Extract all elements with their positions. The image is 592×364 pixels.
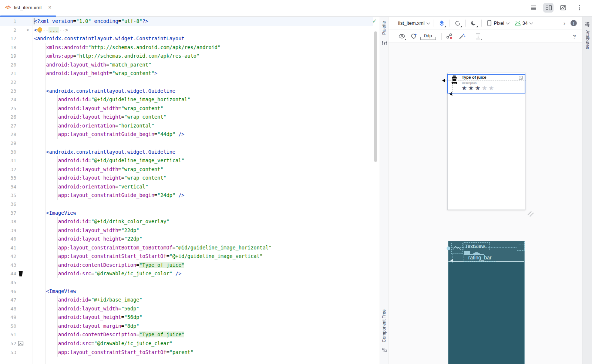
drawable-preview-juice-icon[interactable] xyxy=(18,271,24,277)
blueprint-textview[interactable]: TextView xyxy=(464,242,490,250)
device-icon xyxy=(485,19,494,28)
split-view-button[interactable] xyxy=(543,3,554,13)
intention-bulb-icon[interactable] xyxy=(37,27,42,32)
editor-line-48[interactable]: 48 android:layout_width="56dp" xyxy=(0,305,373,313)
editor-line-30[interactable]: 30 <androidx.constraintlayout.widget.Gui… xyxy=(0,148,373,157)
editor-line-40[interactable]: 40 android:layout_height="22dp" xyxy=(0,235,373,244)
design-preview-panel: list_item.xml Pixel 34 xyxy=(388,17,582,364)
line-number: 25 xyxy=(0,104,16,113)
align-pack-button[interactable] xyxy=(474,32,482,41)
editor-line-46[interactable]: 46 <ImageView xyxy=(0,287,373,296)
editor-line-25[interactable]: 25 android:layout_width="wrap_content" xyxy=(0,104,373,113)
line-number: 44 xyxy=(0,269,16,278)
editor-line-24[interactable]: 24 android:id="@+id/guideline_image_hori… xyxy=(0,95,373,104)
clear-constraints-button[interactable] xyxy=(445,32,454,41)
autoconnect-button[interactable] xyxy=(409,32,418,41)
editor-line-31[interactable]: 31 android:id="@+id/guideline_image_vert… xyxy=(0,156,373,165)
line-number: 35 xyxy=(0,191,16,200)
fold-marker-icon[interactable]: > xyxy=(27,26,29,35)
editor-line-27[interactable]: 27 android:orientation="horizontal" xyxy=(0,122,373,130)
editor-scrollbar[interactable] xyxy=(374,31,377,162)
star-icon[interactable]: ★ xyxy=(488,84,495,92)
editor-line-20[interactable]: 20 android:layout_width="match_parent" xyxy=(0,61,373,69)
editor-line-21[interactable]: 21 android:layout_height="wrap_content"> xyxy=(0,69,373,78)
component-tree-icon[interactable] xyxy=(382,348,387,353)
editor-line-32[interactable]: 32 android:layout_width="wrap_content" xyxy=(0,165,373,174)
editor-line-51[interactable]: 51 android:contentDescription="Type of j… xyxy=(0,330,373,339)
palette-panel-tab[interactable]: Palette xyxy=(381,21,387,35)
text-caret xyxy=(34,18,34,24)
api-level-selector[interactable]: 34 xyxy=(522,20,528,26)
editor-line-37[interactable]: 37 <ImageView xyxy=(0,209,373,218)
code-view-button[interactable] xyxy=(528,3,539,13)
surface-mode-button[interactable] xyxy=(437,19,446,28)
issues-badge[interactable]: ! xyxy=(571,20,577,26)
juice-blender-image[interactable] xyxy=(450,75,458,85)
line-number: 50 xyxy=(0,322,16,331)
view-options-button[interactable] xyxy=(397,32,406,41)
editor-line-23[interactable]: 23 <androidx.constraintlayout.widget.Gui… xyxy=(0,87,373,96)
infer-constraints-button[interactable] xyxy=(458,32,467,41)
design-file-selector[interactable]: list_item.xml xyxy=(398,20,425,26)
design-view-button[interactable] xyxy=(558,3,568,13)
blueprint-rating-bar[interactable]: rating_bar xyxy=(464,254,496,262)
editor-line-1[interactable]: 1<?xml version="1.0" encoding="utf-8"?> xyxy=(0,17,373,26)
line-number: 52 xyxy=(0,339,16,348)
editor-line-26[interactable]: 26 android:layout_height="wrap_content" xyxy=(0,113,373,122)
editor-line-42[interactable]: 42 app:layout_constraintStart_toStartOf=… xyxy=(0,252,373,261)
editor-line-19[interactable]: 19 xmlns:app="http://schemas.android.com… xyxy=(0,52,373,61)
line-number: 42 xyxy=(0,252,16,261)
surface-resize-handle[interactable] xyxy=(526,210,534,217)
blueprint-imageview[interactable] xyxy=(451,243,462,254)
star-icon[interactable]: ★ xyxy=(482,84,488,92)
line-number: 1 xyxy=(0,17,16,26)
editor-line-50[interactable]: 50 android:layout_margin="8dp" xyxy=(0,322,373,331)
orientation-button[interactable] xyxy=(453,19,462,28)
editor-line-43[interactable]: 43 android:contentDescription="Type of j… xyxy=(0,261,373,270)
night-mode-button[interactable] xyxy=(469,19,478,28)
star-icon[interactable]: ★ xyxy=(475,84,482,92)
code-editor[interactable]: 1<?xml version="1.0" encoding="utf-8"?>2… xyxy=(0,17,380,364)
drawable-preview-image-icon[interactable] xyxy=(18,340,24,347)
editor-line-44[interactable]: 44 android:src="@drawable/ic_juice_color… xyxy=(0,269,373,278)
toolbar-overflow-chevron[interactable]: › xyxy=(564,20,565,26)
editor-line-49[interactable]: 49 android:layout_height="56dp" xyxy=(0,313,373,322)
editor-line-47[interactable]: 47 android:id="@+id/base_image" xyxy=(0,296,373,305)
tab-list-item-xml[interactable]: </> list_item.xml ✕ xyxy=(0,0,56,17)
editor-line-41[interactable]: 41 app:layout_constraintBottom_toBottomO… xyxy=(0,244,373,252)
more-options-icon[interactable] xyxy=(578,5,582,10)
editor-line-2[interactable]: 2><--...--> xyxy=(0,26,373,35)
palette-icon[interactable] xyxy=(382,40,387,45)
editor-line-17[interactable]: 17<androidx.constraintlayout.widget.Cons… xyxy=(0,34,373,43)
editor-line-45[interactable]: 45 xyxy=(0,278,373,287)
help-button[interactable]: ? xyxy=(573,33,576,40)
default-margin-selector[interactable]: 0dp xyxy=(420,33,436,40)
editor-line-53[interactable]: 53 app:layout_constraintStart_toStartOf=… xyxy=(0,348,373,357)
constraint-anchor-dot[interactable] xyxy=(447,246,450,250)
editor-line-33[interactable]: 33 android:layout_height="wrap_content" xyxy=(0,174,373,183)
tab-close-icon[interactable]: ✕ xyxy=(48,5,51,10)
guideline-anchor-icon[interactable] xyxy=(442,79,445,82)
editor-line-22[interactable]: 22 xyxy=(0,78,373,87)
editor-line-52[interactable]: 52 android:src="@drawable/ic_juice_clear… xyxy=(0,339,373,348)
device-selector[interactable]: Pixel xyxy=(494,20,504,26)
editor-line-38[interactable]: 38 android:id="@+id/drink_color_overlay" xyxy=(0,217,373,226)
rating-bar[interactable]: ★★★★★ xyxy=(461,84,495,92)
blueprint-surface[interactable]: TextView rating_bar xyxy=(448,241,525,364)
star-icon[interactable]: ★ xyxy=(461,84,468,92)
star-icon[interactable]: ★ xyxy=(468,84,475,92)
editor-line-35[interactable]: 35 app:layout_constraintGuide_begin="24d… xyxy=(0,191,373,200)
editor-line-39[interactable]: 39 android:layout_width="22dp" xyxy=(0,226,373,235)
gutter-separator xyxy=(33,17,33,364)
editor-line-34[interactable]: 34 android:orientation="vertical" xyxy=(0,183,373,191)
component-tree-panel-tab[interactable]: Component Tree xyxy=(381,309,387,342)
editor-line-28[interactable]: 28 app:layout_constraintGuide_begin="44d… xyxy=(0,130,373,139)
attributes-icon[interactable] xyxy=(585,22,590,27)
inspection-ok-icon[interactable]: ✓ xyxy=(372,18,377,24)
editor-line-36[interactable]: 36 xyxy=(0,200,373,209)
design-canvas[interactable]: Type of juice Description ★★★★★ xyxy=(388,43,582,364)
editor-line-29[interactable]: 29 xyxy=(0,139,373,148)
attributes-panel-tab[interactable]: Attributes xyxy=(585,30,590,49)
blueprint-small-view[interactable] xyxy=(517,242,525,251)
editor-line-18[interactable]: 18 xmlns:android="http://schemas.android… xyxy=(0,43,373,52)
